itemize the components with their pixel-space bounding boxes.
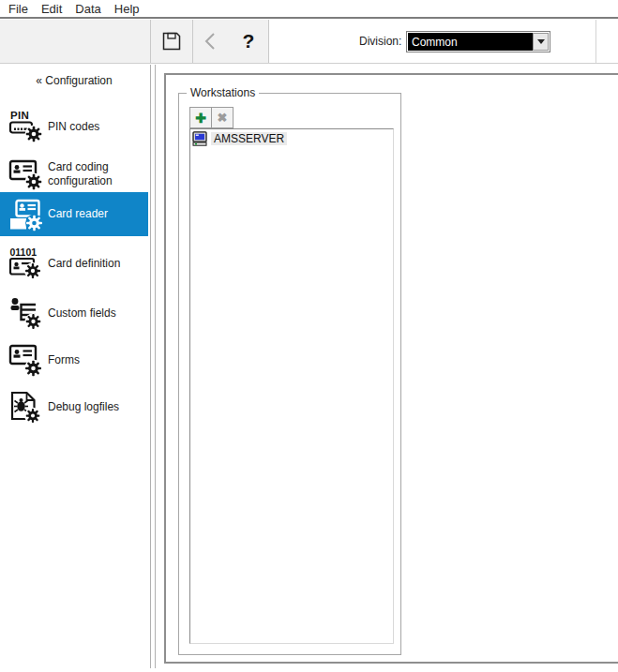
workstations-group-title: Workstations xyxy=(187,86,259,99)
menu-file[interactable]: File xyxy=(2,2,35,16)
sidebar-item-label: Custom fields xyxy=(48,306,143,321)
gear-icon xyxy=(26,409,40,423)
main-panel: Workstations ✚ ✖ xyxy=(164,73,618,664)
help-button[interactable]: ? xyxy=(233,20,264,63)
debug-logfiles-icon xyxy=(8,390,42,424)
toolbar-separator xyxy=(150,20,151,63)
card-reader-icon xyxy=(8,198,42,231)
custom-fields-icon xyxy=(8,296,42,330)
sidebar-header-configuration[interactable]: « Configuration xyxy=(0,74,148,87)
division-label: Division: xyxy=(359,20,401,63)
sidebar-item-label: Card definition xyxy=(48,257,143,271)
chevron-down-icon xyxy=(537,39,545,44)
svg-text:PIN: PIN xyxy=(10,110,29,121)
menu-edit[interactable]: Edit xyxy=(35,2,68,16)
chevron-left-icon xyxy=(200,30,222,52)
menu-data[interactable]: Data xyxy=(68,2,107,16)
toolbar: ? Division: Common xyxy=(0,20,618,64)
card-coding-configuration-icon xyxy=(8,157,42,191)
app-window: File Edit Data Help ? Divis xyxy=(0,0,618,672)
sidebar-item-card-coding-configuration[interactable]: Card coding configuration xyxy=(0,153,148,196)
forms-icon xyxy=(8,343,42,377)
workstation-name: AMSSERVER xyxy=(211,132,287,145)
sidebar-item-card-definition[interactable]: 01101 Card definition xyxy=(0,242,148,285)
sidebar: « Configuration PIN PIN codes xyxy=(0,65,150,672)
menu-separator-line xyxy=(0,17,618,19)
sidebar-item-card-reader[interactable]: Card reader xyxy=(0,192,148,236)
svg-text:01101: 01101 xyxy=(10,246,38,258)
sidebar-item-label: Forms xyxy=(48,353,143,367)
toolbar-separator xyxy=(192,20,193,63)
content-area: « Configuration PIN PIN codes xyxy=(0,65,618,672)
division-selected-value: Common xyxy=(408,33,533,51)
save-icon xyxy=(159,29,184,53)
plus-icon: ✚ xyxy=(195,111,206,126)
sidebar-divider xyxy=(155,65,156,668)
toolbar-icon-strip: ? xyxy=(0,20,269,63)
division-dropdown[interactable]: Common xyxy=(406,31,550,52)
sidebar-item-label: PIN codes xyxy=(48,120,143,134)
delete-x-icon: ✖ xyxy=(218,111,228,125)
sidebar-item-label: Debug logfiles xyxy=(48,400,143,414)
menu-help[interactable]: Help xyxy=(108,2,146,16)
pin-codes-icon: PIN xyxy=(8,110,42,143)
workstations-list[interactable]: AMSSERVER xyxy=(189,128,394,644)
workstation-row-amsserver[interactable]: AMSSERVER xyxy=(190,129,393,147)
sidebar-item-forms[interactable]: Forms xyxy=(0,338,148,381)
workstations-toolbar: ✚ ✖ xyxy=(189,107,234,128)
workstations-groupbox: Workstations ✚ ✖ xyxy=(178,93,401,655)
dropdown-arrow-button[interactable] xyxy=(533,33,549,51)
sidebar-item-debug-logfiles[interactable]: Debug logfiles xyxy=(0,385,148,428)
gear-icon xyxy=(26,215,42,231)
gear-icon xyxy=(26,174,42,190)
gear-icon xyxy=(25,263,40,278)
sidebar-item-label: Card coding configuration xyxy=(48,160,143,188)
menu-bar: File Edit Data Help xyxy=(0,0,618,17)
gear-icon xyxy=(26,127,42,142)
question-mark-icon: ? xyxy=(243,30,255,52)
sidebar-divider xyxy=(150,65,151,668)
add-workstation-button[interactable]: ✚ xyxy=(189,107,212,128)
gear-icon xyxy=(25,361,41,377)
toolbar-separator xyxy=(595,20,596,63)
sidebar-item-custom-fields[interactable]: Custom fields xyxy=(0,291,148,335)
save-button[interactable] xyxy=(156,20,188,63)
sidebar-item-label: Card reader xyxy=(48,207,143,221)
card-definition-icon: 01101 xyxy=(8,246,42,280)
workstation-computer-icon xyxy=(192,131,208,146)
delete-workstation-button[interactable]: ✖ xyxy=(211,107,234,128)
back-button[interactable] xyxy=(195,20,227,63)
gear-icon xyxy=(26,314,41,329)
sidebar-item-pin-codes[interactable]: PIN PIN codes xyxy=(0,105,148,148)
